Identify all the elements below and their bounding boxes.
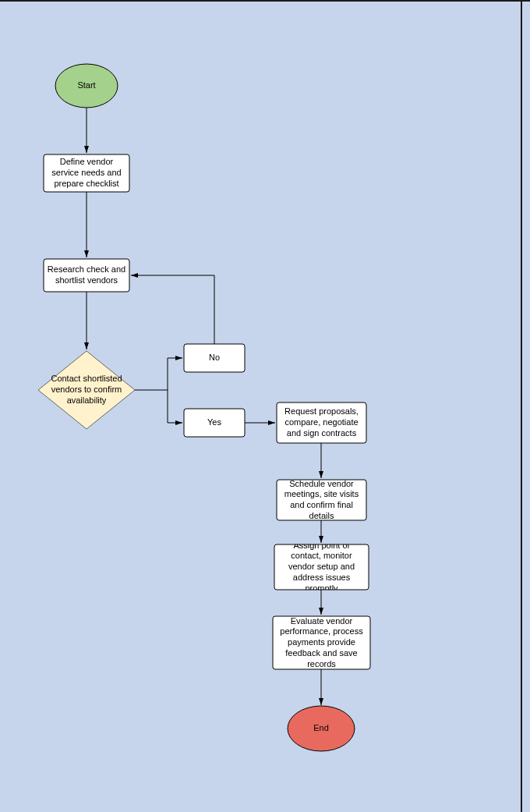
contact-label: Contact shortlisted vendors to confirm a… (46, 363, 127, 417)
yes-label: Yes (207, 417, 221, 427)
schedule-label: Schedule vendor meetings, site visits an… (277, 480, 366, 520)
no-label: No (209, 353, 220, 362)
edge-contact-no (135, 358, 182, 390)
edge-no-research (131, 275, 214, 344)
right-border-line (521, 2, 522, 812)
flowchart-canvas: Start Define vendor service needs and pr… (0, 2, 530, 812)
request-label: Request proposals, compare, negotiate an… (277, 402, 366, 443)
evaluate-label: Evaluate vendor performance, process pay… (273, 616, 370, 669)
assign-label: Assign point of contact, monitor vendor … (274, 544, 369, 590)
end-label: End (313, 723, 329, 732)
research-label: Research check and shortlist vendors (44, 259, 129, 292)
edge-contact-yes (168, 390, 182, 423)
start-label: Start (77, 80, 95, 90)
define-label: Define vendor service needs and prepare … (44, 154, 129, 192)
